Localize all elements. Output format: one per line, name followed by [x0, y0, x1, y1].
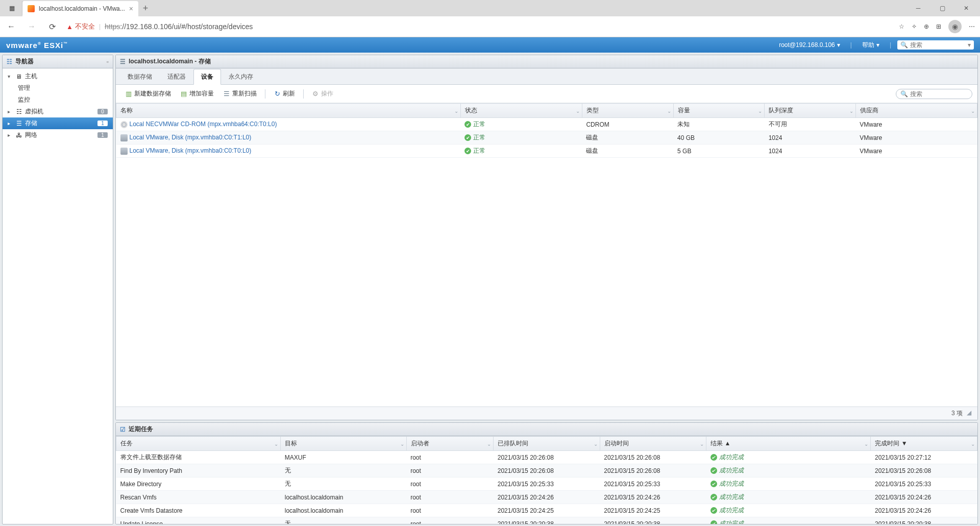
column-header[interactable]: 状态⌄	[460, 104, 582, 118]
help-menu[interactable]: 帮助 ▾	[858, 41, 884, 50]
cell-task: Find By Inventory Path	[116, 464, 281, 477]
column-header[interactable]: 队列深度⌄	[765, 104, 856, 118]
cell-vendor: VMware	[855, 145, 977, 158]
sidebar-item-5[interactable]: ▸🖧网络1	[3, 129, 113, 141]
table-row[interactable]: 将文件上载至数据存储MAXUFroot2021/03/15 20:26:0820…	[116, 451, 977, 464]
devices-grid: 名称⌄状态⌄类型⌄容量⌄队列深度⌄供应商⌄ Local NECVMWar CD-…	[116, 103, 977, 407]
cell-type: 磁盘	[582, 145, 673, 158]
header-search-input[interactable]	[910, 41, 966, 49]
table-row[interactable]: Local NECVMWar CD-ROM (mpx.vmhba64:C0:T0…	[116, 118, 977, 131]
column-header[interactable]: 名称⌄	[116, 104, 461, 118]
table-row[interactable]: Make Directory无root2021/03/15 20:25:3320…	[116, 477, 977, 491]
tab-1[interactable]: 适配器	[160, 69, 193, 85]
column-header[interactable]: 启动者⌄	[406, 437, 494, 451]
new-tab-button[interactable]: +	[138, 3, 153, 14]
sort-icon[interactable]: ⌄	[971, 108, 975, 113]
back-button[interactable]: ←	[5, 20, 17, 33]
profile-avatar[interactable]: ◉	[948, 20, 962, 33]
url-field[interactable]: ▲ 不安全 | https://192.168.0.106/ui/#/host/…	[66, 22, 891, 31]
column-header[interactable]: 类型⌄	[582, 104, 673, 118]
tab-2[interactable]: 设备	[193, 69, 221, 85]
sort-icon[interactable]: ⌄	[274, 441, 278, 446]
table-row[interactable]: Local VMware, Disk (mpx.vmhba0:C0:T0:L0)…	[116, 145, 977, 158]
device-name-link[interactable]: Local NECVMWar CD-ROM (mpx.vmhba64:C0:T0…	[130, 121, 277, 128]
sort-icon[interactable]: ⌄	[454, 108, 458, 113]
tasks-header: ☑ 近期任务	[116, 423, 977, 436]
column-header[interactable]: 容量⌄	[673, 104, 765, 118]
refresh-button[interactable]: ↻ 刷新	[270, 88, 299, 100]
content-tabs: 数据存储适配器设备永久内存	[116, 68, 977, 85]
column-header[interactable]: 结果 ▲⌄	[706, 437, 871, 451]
sort-icon[interactable]: ⌄	[864, 441, 868, 446]
sort-icon[interactable]: ⌄	[849, 108, 853, 113]
more-icon[interactable]: ⋯	[969, 23, 975, 30]
main-layout: ☷ 导航器 ▫ ▾🖥主机管理监控▸☷虚拟机0▸☰存储1▸🖧网络1 ☰ local…	[0, 53, 980, 526]
security-warning[interactable]: ▲ 不安全	[66, 22, 95, 31]
device-name-link[interactable]: Local VMware, Disk (mpx.vmhba0:C0:T1:L0)	[130, 134, 252, 141]
tab-list-button[interactable]: ▦	[2, 1, 22, 15]
cell-completed: 2021/03/15 20:27:12	[871, 451, 977, 464]
network-icon: 🖧	[15, 131, 23, 139]
column-header[interactable]: 任务⌄	[116, 437, 281, 451]
gear-icon: ⚙	[312, 90, 319, 98]
sort-icon[interactable]: ⌄	[594, 441, 598, 446]
table-row[interactable]: Find By Inventory Path无root2021/03/15 20…	[116, 464, 977, 477]
sort-icon[interactable]: ⌄	[576, 108, 580, 113]
count-badge: 1	[97, 121, 108, 126]
resize-handle-icon[interactable]: ◢	[967, 409, 971, 416]
sort-icon[interactable]: ⌄	[971, 441, 975, 446]
sidebar-item-3[interactable]: ▸☷虚拟机0	[3, 106, 113, 117]
sort-icon[interactable]: ⌄	[758, 108, 762, 113]
table-row[interactable]: Rescan Vmfslocalhost.localdomainroot2021…	[116, 491, 977, 504]
favorite-icon[interactable]: ☆	[899, 23, 904, 30]
sort-icon[interactable]: ⌄	[400, 441, 404, 446]
cell-completed: 2021/03/15 20:26:08	[871, 464, 977, 477]
sort-icon[interactable]: ⌄	[487, 441, 491, 446]
cell-queued: 2021/03/15 20:25:33	[494, 477, 600, 491]
cell-capacity: 5 GB	[673, 145, 765, 158]
user-label: root@192.168.0.106	[779, 41, 835, 49]
rescan-button[interactable]: ☰ 重新扫描	[219, 88, 261, 100]
sidebar-item-0[interactable]: ▾🖥主机	[3, 70, 113, 82]
device-name-link[interactable]: Local VMware, Disk (mpx.vmhba0:C0:T0:L0)	[130, 147, 252, 154]
forward-button[interactable]: →	[26, 20, 38, 33]
reload-button[interactable]: ⟳	[46, 20, 58, 33]
column-header[interactable]: 已排队时间⌄	[494, 437, 600, 451]
table-row[interactable]: Local VMware, Disk (mpx.vmhba0:C0:T1:L0)…	[116, 131, 977, 145]
sort-icon[interactable]: ⌄	[667, 108, 671, 113]
expand-icon: ▾	[8, 74, 13, 79]
cell-completed: 2021/03/15 20:24:26	[871, 491, 977, 504]
sidebar-item-1[interactable]: 管理	[3, 82, 113, 94]
tab-3[interactable]: 永久内存	[221, 69, 261, 85]
collections-icon[interactable]: ⊕	[924, 23, 929, 30]
sidebar-item-2[interactable]: 监控	[3, 94, 113, 106]
table-row[interactable]: Create Vmfs Datastorelocalhost.localdoma…	[116, 504, 977, 517]
sidebar-item-4[interactable]: ▸☰存储1	[3, 117, 113, 129]
minimize-button[interactable]: ─	[906, 1, 930, 16]
browser-chrome: ▦ localhost.localdomain - VMwa... × + ─ …	[0, 0, 980, 37]
chevron-down-icon: ▾	[837, 41, 840, 49]
header-search[interactable]: 🔍 ▾	[897, 40, 974, 50]
increase-capacity-button[interactable]: ▤ 增加容量	[176, 88, 218, 100]
column-header[interactable]: 供应商⌄	[855, 104, 977, 118]
close-tab-icon[interactable]: ×	[129, 5, 133, 13]
tab-0[interactable]: 数据存储	[120, 69, 160, 85]
browser-tab[interactable]: localhost.localdomain - VMwa... ×	[22, 1, 138, 16]
close-window-button[interactable]: ✕	[954, 1, 978, 16]
extensions-icon[interactable]: ⊞	[936, 23, 941, 30]
favorites-bar-icon[interactable]: ✧	[912, 23, 917, 30]
maximize-button[interactable]: ▢	[930, 1, 954, 16]
column-header[interactable]: 目标⌄	[281, 437, 406, 451]
collapse-sidebar-icon[interactable]: ▫	[107, 58, 109, 65]
column-header[interactable]: 完成时间 ▼⌄	[871, 437, 977, 451]
result-badge: 成功完成	[710, 466, 744, 475]
host-icon: 🖥	[15, 73, 23, 81]
user-menu[interactable]: root@192.168.0.106 ▾	[775, 41, 844, 49]
actions-button[interactable]: ⚙ 操作	[308, 88, 337, 100]
column-header[interactable]: 启动时间⌄	[600, 437, 706, 451]
grid-search[interactable]: 🔍	[896, 89, 972, 99]
sort-icon[interactable]: ⌄	[700, 441, 704, 446]
table-row[interactable]: Update License无root2021/03/15 20:20:3820…	[116, 517, 977, 524]
new-datastore-button[interactable]: ▥ 新建数据存储	[121, 88, 175, 100]
grid-search-input[interactable]	[910, 90, 968, 98]
